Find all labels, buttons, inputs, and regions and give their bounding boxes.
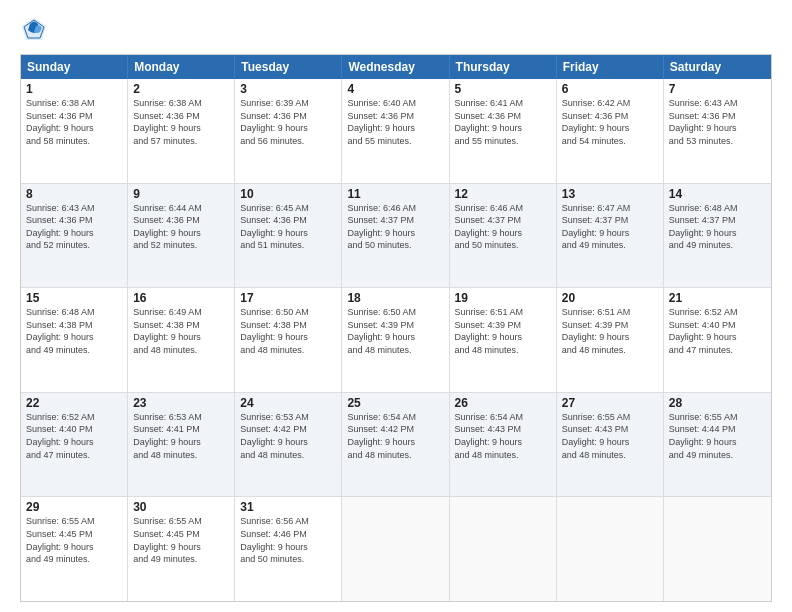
day-cell-20: 20Sunrise: 6:51 AM Sunset: 4:39 PM Dayli… (557, 288, 664, 392)
day-number: 10 (240, 187, 336, 201)
day-info: Sunrise: 6:54 AM Sunset: 4:42 PM Dayligh… (347, 411, 443, 461)
day-info: Sunrise: 6:53 AM Sunset: 4:41 PM Dayligh… (133, 411, 229, 461)
day-number: 13 (562, 187, 658, 201)
day-cell-17: 17Sunrise: 6:50 AM Sunset: 4:38 PM Dayli… (235, 288, 342, 392)
day-cell-4: 4Sunrise: 6:40 AM Sunset: 4:36 PM Daylig… (342, 79, 449, 183)
page: SundayMondayTuesdayWednesdayThursdayFrid… (0, 0, 792, 612)
day-cell-11: 11Sunrise: 6:46 AM Sunset: 4:37 PM Dayli… (342, 184, 449, 288)
day-number: 1 (26, 82, 122, 96)
calendar-row-3: 22Sunrise: 6:52 AM Sunset: 4:40 PM Dayli… (21, 392, 771, 497)
day-info: Sunrise: 6:46 AM Sunset: 4:37 PM Dayligh… (455, 202, 551, 252)
day-info: Sunrise: 6:50 AM Sunset: 4:39 PM Dayligh… (347, 306, 443, 356)
day-cell-26: 26Sunrise: 6:54 AM Sunset: 4:43 PM Dayli… (450, 393, 557, 497)
day-info: Sunrise: 6:39 AM Sunset: 4:36 PM Dayligh… (240, 97, 336, 147)
calendar-row-0: 1Sunrise: 6:38 AM Sunset: 4:36 PM Daylig… (21, 79, 771, 183)
day-info: Sunrise: 6:52 AM Sunset: 4:40 PM Dayligh… (669, 306, 766, 356)
day-info: Sunrise: 6:48 AM Sunset: 4:38 PM Dayligh… (26, 306, 122, 356)
header-day-thursday: Thursday (450, 55, 557, 79)
day-info: Sunrise: 6:40 AM Sunset: 4:36 PM Dayligh… (347, 97, 443, 147)
day-cell-3: 3Sunrise: 6:39 AM Sunset: 4:36 PM Daylig… (235, 79, 342, 183)
day-number: 28 (669, 396, 766, 410)
header-day-wednesday: Wednesday (342, 55, 449, 79)
day-info: Sunrise: 6:43 AM Sunset: 4:36 PM Dayligh… (669, 97, 766, 147)
empty-cell (450, 497, 557, 601)
empty-cell (342, 497, 449, 601)
day-info: Sunrise: 6:55 AM Sunset: 4:45 PM Dayligh… (133, 515, 229, 565)
day-number: 7 (669, 82, 766, 96)
day-number: 20 (562, 291, 658, 305)
day-cell-16: 16Sunrise: 6:49 AM Sunset: 4:38 PM Dayli… (128, 288, 235, 392)
day-info: Sunrise: 6:53 AM Sunset: 4:42 PM Dayligh… (240, 411, 336, 461)
day-number: 11 (347, 187, 443, 201)
day-cell-31: 31Sunrise: 6:56 AM Sunset: 4:46 PM Dayli… (235, 497, 342, 601)
day-cell-21: 21Sunrise: 6:52 AM Sunset: 4:40 PM Dayli… (664, 288, 771, 392)
logo (20, 16, 52, 44)
day-cell-25: 25Sunrise: 6:54 AM Sunset: 4:42 PM Dayli… (342, 393, 449, 497)
day-number: 21 (669, 291, 766, 305)
day-number: 17 (240, 291, 336, 305)
day-info: Sunrise: 6:49 AM Sunset: 4:38 PM Dayligh… (133, 306, 229, 356)
day-cell-29: 29Sunrise: 6:55 AM Sunset: 4:45 PM Dayli… (21, 497, 128, 601)
header-day-tuesday: Tuesday (235, 55, 342, 79)
day-cell-9: 9Sunrise: 6:44 AM Sunset: 4:36 PM Daylig… (128, 184, 235, 288)
day-number: 31 (240, 500, 336, 514)
header-day-monday: Monday (128, 55, 235, 79)
day-info: Sunrise: 6:44 AM Sunset: 4:36 PM Dayligh… (133, 202, 229, 252)
day-number: 4 (347, 82, 443, 96)
day-number: 19 (455, 291, 551, 305)
day-cell-2: 2Sunrise: 6:38 AM Sunset: 4:36 PM Daylig… (128, 79, 235, 183)
day-number: 8 (26, 187, 122, 201)
day-info: Sunrise: 6:43 AM Sunset: 4:36 PM Dayligh… (26, 202, 122, 252)
day-info: Sunrise: 6:38 AM Sunset: 4:36 PM Dayligh… (133, 97, 229, 147)
day-info: Sunrise: 6:47 AM Sunset: 4:37 PM Dayligh… (562, 202, 658, 252)
day-cell-10: 10Sunrise: 6:45 AM Sunset: 4:36 PM Dayli… (235, 184, 342, 288)
day-number: 23 (133, 396, 229, 410)
day-info: Sunrise: 6:52 AM Sunset: 4:40 PM Dayligh… (26, 411, 122, 461)
day-number: 22 (26, 396, 122, 410)
day-cell-5: 5Sunrise: 6:41 AM Sunset: 4:36 PM Daylig… (450, 79, 557, 183)
day-number: 25 (347, 396, 443, 410)
day-info: Sunrise: 6:51 AM Sunset: 4:39 PM Dayligh… (562, 306, 658, 356)
day-number: 2 (133, 82, 229, 96)
day-number: 5 (455, 82, 551, 96)
day-number: 30 (133, 500, 229, 514)
empty-cell (664, 497, 771, 601)
calendar-row-4: 29Sunrise: 6:55 AM Sunset: 4:45 PM Dayli… (21, 496, 771, 601)
empty-cell (557, 497, 664, 601)
day-cell-24: 24Sunrise: 6:53 AM Sunset: 4:42 PM Dayli… (235, 393, 342, 497)
day-cell-7: 7Sunrise: 6:43 AM Sunset: 4:36 PM Daylig… (664, 79, 771, 183)
day-number: 3 (240, 82, 336, 96)
day-info: Sunrise: 6:48 AM Sunset: 4:37 PM Dayligh… (669, 202, 766, 252)
header-day-sunday: Sunday (21, 55, 128, 79)
day-cell-19: 19Sunrise: 6:51 AM Sunset: 4:39 PM Dayli… (450, 288, 557, 392)
day-cell-12: 12Sunrise: 6:46 AM Sunset: 4:37 PM Dayli… (450, 184, 557, 288)
day-info: Sunrise: 6:55 AM Sunset: 4:44 PM Dayligh… (669, 411, 766, 461)
day-number: 29 (26, 500, 122, 514)
day-cell-28: 28Sunrise: 6:55 AM Sunset: 4:44 PM Dayli… (664, 393, 771, 497)
calendar-body: 1Sunrise: 6:38 AM Sunset: 4:36 PM Daylig… (21, 79, 771, 601)
day-number: 24 (240, 396, 336, 410)
header (20, 16, 772, 44)
day-info: Sunrise: 6:55 AM Sunset: 4:45 PM Dayligh… (26, 515, 122, 565)
calendar-header: SundayMondayTuesdayWednesdayThursdayFrid… (21, 55, 771, 79)
calendar-row-1: 8Sunrise: 6:43 AM Sunset: 4:36 PM Daylig… (21, 183, 771, 288)
day-number: 6 (562, 82, 658, 96)
header-day-saturday: Saturday (664, 55, 771, 79)
day-number: 18 (347, 291, 443, 305)
day-cell-1: 1Sunrise: 6:38 AM Sunset: 4:36 PM Daylig… (21, 79, 128, 183)
day-info: Sunrise: 6:46 AM Sunset: 4:37 PM Dayligh… (347, 202, 443, 252)
day-number: 15 (26, 291, 122, 305)
day-info: Sunrise: 6:54 AM Sunset: 4:43 PM Dayligh… (455, 411, 551, 461)
day-number: 16 (133, 291, 229, 305)
day-cell-23: 23Sunrise: 6:53 AM Sunset: 4:41 PM Dayli… (128, 393, 235, 497)
day-number: 9 (133, 187, 229, 201)
day-info: Sunrise: 6:50 AM Sunset: 4:38 PM Dayligh… (240, 306, 336, 356)
day-cell-8: 8Sunrise: 6:43 AM Sunset: 4:36 PM Daylig… (21, 184, 128, 288)
calendar: SundayMondayTuesdayWednesdayThursdayFrid… (20, 54, 772, 602)
day-info: Sunrise: 6:41 AM Sunset: 4:36 PM Dayligh… (455, 97, 551, 147)
day-info: Sunrise: 6:51 AM Sunset: 4:39 PM Dayligh… (455, 306, 551, 356)
day-cell-13: 13Sunrise: 6:47 AM Sunset: 4:37 PM Dayli… (557, 184, 664, 288)
day-cell-6: 6Sunrise: 6:42 AM Sunset: 4:36 PM Daylig… (557, 79, 664, 183)
logo-icon (20, 16, 48, 44)
day-cell-14: 14Sunrise: 6:48 AM Sunset: 4:37 PM Dayli… (664, 184, 771, 288)
